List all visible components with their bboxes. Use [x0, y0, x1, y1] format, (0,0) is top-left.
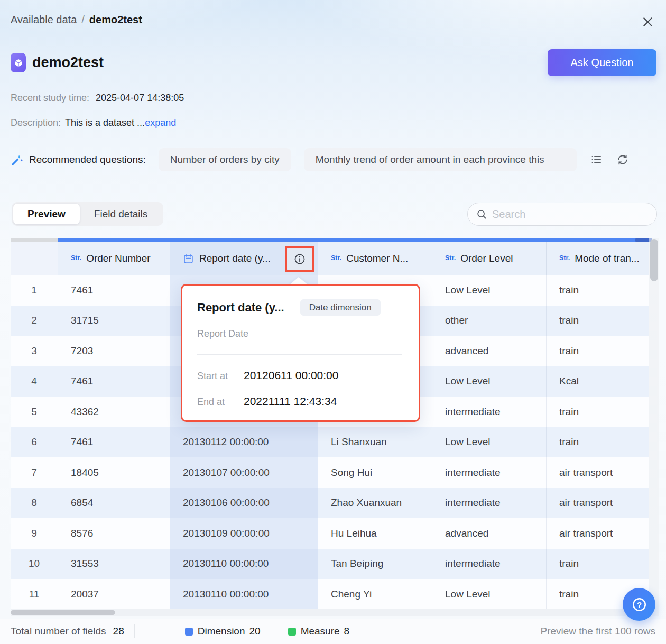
- total-fields-label: Total number of fields: [11, 625, 106, 637]
- dimension-label: Dimension: [198, 625, 245, 637]
- footer-bar: Total number of fields 28 Dimension 20 M…: [0, 619, 666, 644]
- cell-level: Low Level: [432, 579, 547, 609]
- cell-customer: Li Shanxuan: [318, 427, 432, 458]
- magic-wand-icon: [11, 153, 24, 167]
- measure-legend-swatch: [288, 628, 296, 636]
- table-row: 103155320130110 00:00:00Tan Beipinginter…: [11, 549, 649, 579]
- table-row: 71840520130107 00:00:00Song Huiintermedi…: [11, 457, 649, 488]
- cell-level: Low Level: [432, 366, 547, 397]
- cell-customer: Tan Beiping: [318, 549, 432, 579]
- section-divider: [0, 192, 666, 192]
- row-number: 2: [11, 306, 58, 336]
- cell-customer: Hu Leihua: [318, 518, 432, 549]
- tab-preview[interactable]: Preview: [13, 204, 80, 224]
- table-row: 112003720130110 00:00:00Cheng YiLow Leve…: [11, 579, 649, 609]
- row-number: 1: [11, 275, 58, 306]
- breadcrumb-separator: /: [81, 14, 85, 26]
- dimension-legend-swatch: [185, 628, 193, 636]
- search-input[interactable]: [492, 208, 640, 220]
- vertical-scrollbar-thumb[interactable]: [650, 239, 658, 281]
- description-text: This is a dataset ...: [65, 117, 145, 128]
- cell-mode: train: [547, 427, 649, 458]
- vertical-scrollbar-track: [649, 238, 659, 616]
- recent-study-label: Recent study time:: [11, 93, 89, 104]
- cell-level: intermediate: [432, 549, 547, 579]
- ask-question-button[interactable]: Ask Question: [548, 49, 656, 76]
- table-row: 6746120130112 00:00:00Li ShanxuanLow Lev…: [11, 427, 649, 458]
- popup-field-type-badge: Date dimension: [300, 299, 381, 316]
- breadcrumb-current: demo2test: [89, 14, 142, 26]
- popup-start-label: Start at: [197, 371, 244, 382]
- row-number: 7: [11, 457, 58, 488]
- row-number: 11: [11, 579, 58, 609]
- cell-mode: air transport: [547, 488, 649, 519]
- cell-order: 7461: [58, 366, 170, 397]
- page-title: demo2test: [32, 54, 104, 71]
- cell-level: other: [432, 306, 547, 336]
- row-number: 9: [11, 518, 58, 549]
- cell-mode: train: [547, 336, 649, 366]
- recommended-question-text: Monthly trend of order amount in each pr…: [316, 154, 544, 165]
- search-icon: [476, 208, 487, 220]
- close-icon[interactable]: [640, 14, 655, 29]
- search-box[interactable]: [467, 203, 657, 226]
- cell-order: 31553: [58, 549, 170, 579]
- cell-date: 20130110 00:00:00: [170, 579, 318, 609]
- help-button[interactable]: ?: [623, 588, 655, 621]
- footer-divider: [134, 624, 135, 638]
- column-header-mode[interactable]: Str.Mode of tran...: [547, 242, 649, 275]
- cell-date: 20130112 00:00:00: [170, 427, 318, 458]
- row-number: 4: [11, 366, 58, 397]
- cell-order: 6854: [58, 488, 170, 519]
- row-number: 5: [11, 397, 58, 427]
- cell-level: Low Level: [432, 275, 547, 306]
- cell-order: 20037: [58, 579, 170, 609]
- cell-order: 8576: [58, 518, 170, 549]
- expand-link[interactable]: expand: [145, 117, 176, 128]
- column-header-order[interactable]: Str.Order Number: [58, 242, 170, 275]
- horizontal-scrollbar-thumb[interactable]: [11, 610, 115, 615]
- table-row: 9857620130109 00:00:00Hu Leihuaadvanceda…: [11, 518, 649, 549]
- info-icon[interactable]: [287, 248, 312, 270]
- cell-customer: Song Hui: [318, 457, 432, 488]
- cell-order: 7461: [58, 275, 170, 306]
- description-row: Description: This is a dataset ... expan…: [11, 117, 176, 128]
- cell-order: 18405: [58, 457, 170, 488]
- recommended-question-chip-1[interactable]: Number of orders by city: [159, 148, 291, 171]
- table-header-row: Str.Order NumberReport date (y...Str.Cus…: [11, 242, 649, 275]
- popup-field-title: Report date (y...: [197, 301, 284, 315]
- recent-study-value: 2025-04-07 14:38:05: [96, 93, 184, 104]
- question-circle-icon: ?: [631, 596, 648, 613]
- popup-field-subtitle: Report Date: [197, 328, 248, 339]
- cell-level: intermediate: [432, 488, 547, 519]
- dimension-value: 20: [249, 625, 261, 637]
- popup-end-label: End at: [197, 397, 244, 408]
- cell-mode: train: [547, 306, 649, 336]
- refresh-icon[interactable]: [616, 153, 630, 167]
- cell-date: 20130109 00:00:00: [170, 518, 318, 549]
- cell-mode: air transport: [547, 457, 649, 488]
- description-label: Description:: [11, 117, 61, 128]
- measure-value: 8: [344, 625, 350, 637]
- cell-order: 43362: [58, 397, 170, 427]
- cell-customer: Cheng Yi: [318, 579, 432, 609]
- horizontal-scrollbar-track: [11, 609, 649, 616]
- question-list-icon[interactable]: [589, 153, 603, 167]
- popup-divider: [197, 354, 402, 355]
- recommended-question-chip-2[interactable]: Monthly trend of order amount in each pr…: [304, 148, 577, 171]
- cell-mode: train: [547, 549, 649, 579]
- row-number: 8: [11, 488, 58, 519]
- recommended-questions-row: Recommended questions: Number of orders …: [11, 148, 630, 171]
- cell-mode: air transport: [547, 518, 649, 549]
- cell-level: advanced: [432, 336, 547, 366]
- cell-date: 20130107 00:00:00: [170, 457, 318, 488]
- preview-rows-note: Preview the first 100 rows: [540, 625, 655, 637]
- tab-field-details[interactable]: Field details: [80, 204, 162, 224]
- column-header-customer[interactable]: Str.Customer N...: [318, 242, 432, 275]
- dataset-cube-icon: [11, 53, 26, 72]
- popup-end-value: 20221111 12:43:34: [244, 395, 337, 408]
- svg-text:?: ?: [636, 600, 641, 609]
- cell-level: intermediate: [432, 457, 547, 488]
- breadcrumb-parent[interactable]: Available data: [11, 14, 77, 26]
- column-header-level[interactable]: Str.Order Level: [432, 242, 547, 275]
